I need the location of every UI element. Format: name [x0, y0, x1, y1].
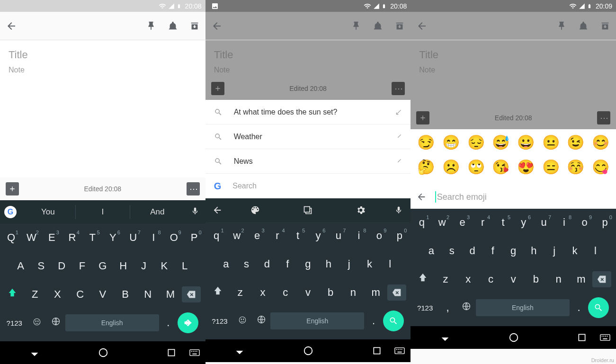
add-button[interactable] — [211, 82, 224, 95]
key-g[interactable]: g — [503, 245, 524, 257]
key-j[interactable]: J — [134, 260, 154, 272]
key-q[interactable]: q1 — [206, 230, 227, 242]
note-content[interactable]: Title Note — [0, 40, 205, 178]
key-a[interactable]: a — [421, 245, 441, 257]
key-e[interactable]: e3 — [247, 230, 268, 242]
key-p[interactable]: P0 — [184, 231, 205, 244]
backspace-key[interactable] — [182, 286, 205, 302]
key-v[interactable]: V — [91, 288, 114, 301]
key-f[interactable]: F — [72, 260, 92, 272]
note-input[interactable]: Note — [214, 66, 402, 74]
key-g[interactable]: G — [92, 260, 113, 272]
key-e[interactable]: E3 — [42, 231, 62, 244]
key-s[interactable]: s — [442, 245, 462, 257]
space-key[interactable]: English — [476, 299, 570, 316]
nav-back-icon[interactable] — [234, 346, 245, 356]
space-key[interactable]: English — [270, 312, 364, 329]
nav-keyboard-icon[interactable] — [394, 347, 405, 355]
key-w[interactable]: W2 — [21, 231, 42, 244]
nav-keyboard-icon[interactable] — [189, 349, 200, 356]
key-m[interactable]: m — [570, 273, 592, 285]
shift-key[interactable] — [1, 288, 24, 301]
key-j[interactable]: j — [544, 245, 564, 257]
period-key[interactable]: . — [570, 302, 589, 314]
period-key[interactable]: . — [159, 317, 178, 329]
emoji[interactable]: 🤔 — [417, 159, 435, 177]
key-w[interactable]: w2 — [227, 230, 247, 242]
key-q[interactable]: q1 — [411, 216, 432, 229]
nav-back-icon[interactable] — [29, 347, 40, 358]
key-t[interactable]: t5 — [288, 230, 308, 242]
pin-icon[interactable] — [556, 21, 567, 31]
emoji[interactable]: 😘 — [492, 159, 510, 177]
key-i[interactable]: i8 — [554, 216, 574, 229]
emoji-search-row[interactable]: Search emoji — [411, 185, 616, 209]
key-a[interactable]: a — [216, 258, 236, 270]
suggestion-2[interactable]: I — [76, 205, 131, 219]
key-l[interactable]: l — [380, 258, 400, 270]
key-b[interactable]: b — [525, 273, 547, 285]
key-z[interactable]: Z — [24, 288, 46, 301]
key-q[interactable]: Q1 — [1, 231, 21, 244]
emoji[interactable]: ☹️ — [442, 159, 460, 177]
search-key[interactable] — [588, 297, 615, 318]
key-t[interactable]: t5 — [493, 216, 513, 229]
key-x[interactable]: x — [457, 273, 480, 285]
back-icon[interactable] — [416, 192, 427, 202]
key-x[interactable]: x — [251, 286, 274, 299]
key-j[interactable]: j — [339, 258, 359, 270]
key-d[interactable]: D — [52, 260, 72, 272]
key-n[interactable]: n — [342, 286, 365, 299]
key-y[interactable]: y6 — [308, 230, 328, 242]
key-k[interactable]: k — [359, 258, 380, 270]
emoji[interactable]: 😏 — [417, 134, 435, 152]
shift-key[interactable] — [411, 273, 434, 286]
key-d[interactable]: d — [462, 245, 482, 257]
note-input[interactable]: Note — [419, 66, 607, 74]
key-z[interactable]: z — [229, 286, 251, 299]
key-n[interactable]: n — [547, 273, 570, 285]
key-e[interactable]: e3 — [452, 216, 473, 229]
key-r[interactable]: R4 — [62, 231, 82, 244]
title-input[interactable]: Title — [419, 49, 607, 61]
key-c[interactable]: c — [480, 273, 502, 285]
emoji[interactable]: 🙄 — [467, 159, 485, 177]
archive-icon[interactable] — [600, 21, 610, 31]
key-u[interactable]: u7 — [328, 230, 348, 242]
key-f[interactable]: f — [482, 245, 503, 257]
key-l[interactable]: L — [174, 260, 195, 272]
key-s[interactable]: s — [236, 258, 257, 270]
emoji[interactable]: 😚 — [567, 159, 585, 177]
key-c[interactable]: C — [69, 288, 91, 301]
key-m[interactable]: M — [159, 288, 182, 301]
key-i[interactable]: i8 — [348, 230, 369, 242]
language-key[interactable] — [457, 302, 476, 314]
back-icon[interactable] — [416, 20, 428, 32]
key-v[interactable]: v — [502, 273, 525, 285]
emoji-key[interactable] — [233, 315, 252, 327]
emoji[interactable]: 😉 — [567, 134, 585, 152]
nav-recent-icon[interactable] — [167, 348, 176, 357]
back-icon[interactable] — [211, 20, 223, 32]
symbols-key[interactable]: ?123 — [411, 304, 438, 312]
reminder-icon[interactable] — [578, 21, 589, 31]
google-button[interactable]: G — [0, 206, 21, 218]
title-input[interactable]: Title — [214, 49, 402, 61]
settings-button[interactable] — [334, 205, 387, 215]
symbols-key[interactable]: ?123 — [206, 317, 233, 325]
key-l[interactable]: l — [585, 245, 606, 257]
symbols-key[interactable]: ?123 — [1, 319, 28, 327]
key-h[interactable]: H — [113, 260, 133, 272]
reminder-icon[interactable] — [168, 21, 178, 31]
key-r[interactable]: r4 — [473, 216, 493, 229]
key-a[interactable]: A — [10, 260, 31, 272]
emoji[interactable]: 😁 — [442, 134, 460, 152]
search-key[interactable] — [383, 311, 410, 331]
comma-key[interactable]: , — [438, 302, 457, 314]
emoji[interactable]: 😐 — [542, 134, 560, 152]
more-button[interactable]: ⋯ — [597, 111, 610, 124]
key-o[interactable]: O9 — [164, 231, 184, 244]
archive-icon[interactable] — [394, 21, 405, 31]
archive-icon[interactable] — [189, 21, 200, 31]
key-i[interactable]: I8 — [143, 231, 164, 244]
